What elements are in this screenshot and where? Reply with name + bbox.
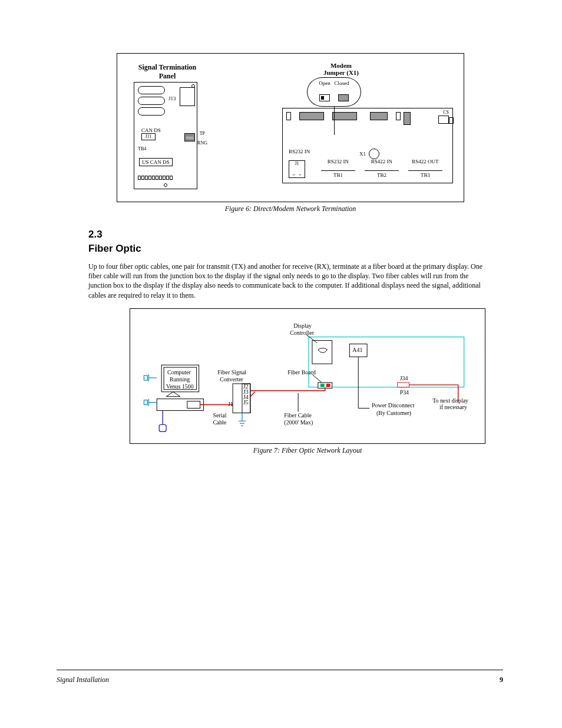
rs232-in-label: RS232 IN (320, 159, 356, 164)
connector-slot-icon (138, 107, 165, 116)
fiber-signal-converter-label: Fiber Signal (217, 369, 246, 375)
j1-label: J1 (289, 161, 305, 166)
to-next-display-label: if necessary (439, 404, 467, 410)
body-paragraph: Up to four fiber optic cables, one pair … (88, 262, 489, 300)
serial-cable-label: Cable (213, 419, 227, 426)
figure-7-caption: Figure 7: Fiber Optic Network Layout (130, 446, 485, 455)
computer-label: Running (170, 376, 190, 383)
connector-slot-icon (138, 97, 165, 105)
rng-label: RNG (197, 140, 207, 146)
chip-icon (396, 112, 401, 120)
j34-label: J34 (400, 375, 408, 381)
footer-page-number: 9 (500, 676, 503, 684)
svg-line-8 (312, 374, 322, 383)
tb4-label: TB4 (138, 146, 146, 151)
plug-icon (159, 410, 166, 431)
fiber-cable-label: Fiber Cable (284, 412, 312, 419)
j5-port-label: J5 (243, 398, 249, 405)
ground-icon (239, 413, 246, 426)
jumper-callout-bubble: Open Closed (307, 77, 361, 107)
svg-rect-7 (326, 384, 330, 387)
svg-rect-15 (187, 401, 200, 408)
p34-label: P34 (400, 388, 409, 395)
figure-direct-modem-termination: Signal Termination Panel Modem Jumper (X… (117, 53, 464, 202)
a41-label: A41 (352, 347, 362, 353)
figure-fiber-optic-layout: Display Controller A41 Power Disconnect … (130, 308, 485, 444)
pin-row-icon (138, 173, 193, 178)
rs422-in-label: RS422 IN (364, 159, 399, 164)
tb2-label: TB2 (364, 172, 399, 178)
label-text: Jumper (X1) (323, 69, 359, 76)
svg-rect-23 (159, 424, 166, 431)
jumper-closed-icon (338, 94, 349, 101)
computer-label: Venus 1500 (166, 383, 194, 390)
ground-icon (144, 398, 157, 406)
fiber-cable-label: (2000' Max) (284, 419, 313, 426)
chip-icon (404, 112, 411, 125)
tp-label: TP (200, 131, 205, 136)
svg-rect-0 (312, 340, 332, 364)
termination-panel-board: J13 CAN DS J11 TD5 TP RNG TB4 US CAN DS (134, 82, 197, 189)
mounting-hole-icon (164, 183, 167, 187)
serial-cable-label: Serial (213, 412, 226, 419)
svg-rect-21 (144, 400, 147, 404)
can-ds-label: CAN DS (141, 127, 161, 133)
us-can-ds-label: US CAN DS (139, 158, 173, 166)
chip-icon (286, 112, 291, 120)
jumper-open-icon (319, 94, 330, 101)
cs-connector-icon (438, 116, 449, 124)
chip-icon (332, 112, 357, 120)
computer-label: Computer (167, 369, 191, 375)
power-disconnect-label: (By Customer) (376, 410, 411, 417)
footer-section-title: Signal Installation (57, 676, 109, 684)
display-controller-label: Controller (290, 329, 314, 335)
x1-jumper-circle-icon (369, 149, 379, 159)
td5-block: TD5 (184, 133, 195, 141)
j11-connector: J11 (141, 133, 156, 140)
svg-line-1 (306, 334, 317, 342)
j1-connector: J1 o o (289, 160, 305, 178)
callout-leader-line (334, 107, 335, 135)
controller-board: CS X1 RS232 IN J1 o o RS232 IN TB1 (282, 108, 453, 183)
closed-label: Closed (335, 80, 349, 86)
section-heading: Fiber Optic (88, 243, 489, 255)
chip-icon (370, 112, 388, 120)
signal-termination-panel-label: Signal Termination Panel (129, 63, 206, 81)
j13-connector-icon (180, 87, 195, 106)
j13-label: J13 (168, 95, 176, 101)
to-next-display-label: To next display (432, 397, 468, 403)
svg-rect-9 (398, 383, 409, 387)
label-text: Panel (159, 72, 176, 80)
tb1-label: TB1 (320, 172, 356, 178)
display-controller-label: Display (293, 322, 312, 328)
connector-slot-icon (138, 86, 165, 94)
modem-jumper-label: Modem Jumper (X1) (318, 62, 365, 76)
fiber-signal-converter-label: Converter (220, 376, 243, 383)
svg-rect-14 (157, 398, 203, 410)
section-number: 2.3 (88, 229, 489, 241)
chip-icon (299, 112, 324, 120)
label-text: Signal Termination (138, 63, 196, 71)
figure-6-caption: Figure 6: Direct/Modem Network Terminati… (117, 205, 464, 213)
x1-label: X1 (359, 151, 366, 157)
cs-label: CS (443, 110, 449, 115)
rs422-out-label: RS422 OUT (408, 159, 443, 164)
label-text: Modem (330, 62, 352, 69)
power-disconnect-label: Power Disconnect (372, 401, 415, 408)
svg-rect-6 (320, 384, 325, 387)
footer-rule (57, 670, 503, 670)
j1-port-label: J1 (228, 400, 233, 407)
open-label: Open (319, 80, 330, 86)
fiber-board-label: Fiber Board (287, 369, 316, 375)
ground-icon (144, 374, 157, 381)
svg-rect-18 (144, 375, 147, 380)
tb3-label: TB3 (408, 172, 443, 178)
rs232-in-header: RS232 IN (289, 149, 310, 154)
